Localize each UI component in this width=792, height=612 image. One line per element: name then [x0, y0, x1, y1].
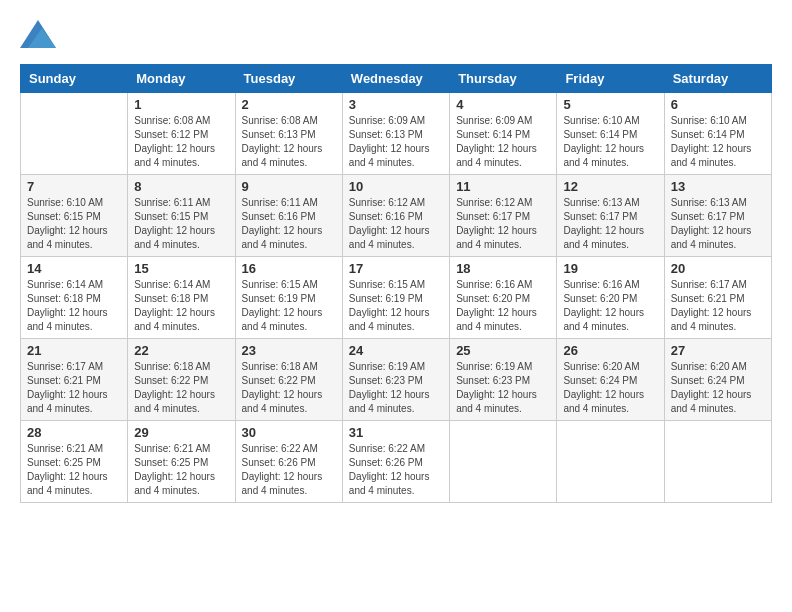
calendar-cell: 31Sunrise: 6:22 AMSunset: 6:26 PMDayligh… [342, 421, 449, 503]
calendar-cell: 18Sunrise: 6:16 AMSunset: 6:20 PMDayligh… [450, 257, 557, 339]
header-wednesday: Wednesday [342, 65, 449, 93]
day-info: Sunrise: 6:14 AMSunset: 6:18 PMDaylight:… [27, 278, 121, 334]
calendar-week-row: 7Sunrise: 6:10 AMSunset: 6:15 PMDaylight… [21, 175, 772, 257]
calendar-cell: 21Sunrise: 6:17 AMSunset: 6:21 PMDayligh… [21, 339, 128, 421]
calendar-cell: 29Sunrise: 6:21 AMSunset: 6:25 PMDayligh… [128, 421, 235, 503]
calendar-week-row: 21Sunrise: 6:17 AMSunset: 6:21 PMDayligh… [21, 339, 772, 421]
day-number: 13 [671, 179, 765, 194]
page-header [20, 20, 772, 48]
calendar-cell: 24Sunrise: 6:19 AMSunset: 6:23 PMDayligh… [342, 339, 449, 421]
calendar-cell: 2Sunrise: 6:08 AMSunset: 6:13 PMDaylight… [235, 93, 342, 175]
day-number: 19 [563, 261, 657, 276]
day-number: 4 [456, 97, 550, 112]
day-number: 1 [134, 97, 228, 112]
calendar-week-row: 28Sunrise: 6:21 AMSunset: 6:25 PMDayligh… [21, 421, 772, 503]
calendar-cell [557, 421, 664, 503]
day-info: Sunrise: 6:09 AMSunset: 6:13 PMDaylight:… [349, 114, 443, 170]
calendar-cell [664, 421, 771, 503]
day-info: Sunrise: 6:10 AMSunset: 6:14 PMDaylight:… [671, 114, 765, 170]
calendar-cell: 13Sunrise: 6:13 AMSunset: 6:17 PMDayligh… [664, 175, 771, 257]
header-monday: Monday [128, 65, 235, 93]
day-number: 16 [242, 261, 336, 276]
calendar-cell: 25Sunrise: 6:19 AMSunset: 6:23 PMDayligh… [450, 339, 557, 421]
header-sunday: Sunday [21, 65, 128, 93]
day-number: 12 [563, 179, 657, 194]
calendar-cell: 9Sunrise: 6:11 AMSunset: 6:16 PMDaylight… [235, 175, 342, 257]
calendar-week-row: 1Sunrise: 6:08 AMSunset: 6:12 PMDaylight… [21, 93, 772, 175]
day-info: Sunrise: 6:12 AMSunset: 6:16 PMDaylight:… [349, 196, 443, 252]
day-number: 22 [134, 343, 228, 358]
calendar-cell: 11Sunrise: 6:12 AMSunset: 6:17 PMDayligh… [450, 175, 557, 257]
day-number: 10 [349, 179, 443, 194]
day-info: Sunrise: 6:17 AMSunset: 6:21 PMDaylight:… [27, 360, 121, 416]
calendar-cell: 14Sunrise: 6:14 AMSunset: 6:18 PMDayligh… [21, 257, 128, 339]
header-friday: Friday [557, 65, 664, 93]
day-number: 29 [134, 425, 228, 440]
calendar-cell: 27Sunrise: 6:20 AMSunset: 6:24 PMDayligh… [664, 339, 771, 421]
header-thursday: Thursday [450, 65, 557, 93]
day-number: 30 [242, 425, 336, 440]
calendar-cell: 12Sunrise: 6:13 AMSunset: 6:17 PMDayligh… [557, 175, 664, 257]
logo [20, 20, 60, 48]
day-info: Sunrise: 6:17 AMSunset: 6:21 PMDaylight:… [671, 278, 765, 334]
day-number: 24 [349, 343, 443, 358]
day-number: 20 [671, 261, 765, 276]
day-info: Sunrise: 6:20 AMSunset: 6:24 PMDaylight:… [671, 360, 765, 416]
day-info: Sunrise: 6:20 AMSunset: 6:24 PMDaylight:… [563, 360, 657, 416]
calendar-cell: 8Sunrise: 6:11 AMSunset: 6:15 PMDaylight… [128, 175, 235, 257]
calendar-cell: 4Sunrise: 6:09 AMSunset: 6:14 PMDaylight… [450, 93, 557, 175]
day-info: Sunrise: 6:19 AMSunset: 6:23 PMDaylight:… [456, 360, 550, 416]
day-info: Sunrise: 6:22 AMSunset: 6:26 PMDaylight:… [242, 442, 336, 498]
header-tuesday: Tuesday [235, 65, 342, 93]
day-number: 17 [349, 261, 443, 276]
day-number: 9 [242, 179, 336, 194]
calendar-week-row: 14Sunrise: 6:14 AMSunset: 6:18 PMDayligh… [21, 257, 772, 339]
day-number: 8 [134, 179, 228, 194]
day-info: Sunrise: 6:18 AMSunset: 6:22 PMDaylight:… [242, 360, 336, 416]
day-number: 5 [563, 97, 657, 112]
calendar-cell: 17Sunrise: 6:15 AMSunset: 6:19 PMDayligh… [342, 257, 449, 339]
calendar-cell: 7Sunrise: 6:10 AMSunset: 6:15 PMDaylight… [21, 175, 128, 257]
calendar-cell [450, 421, 557, 503]
day-number: 28 [27, 425, 121, 440]
day-number: 7 [27, 179, 121, 194]
logo-icon [20, 20, 56, 48]
day-number: 6 [671, 97, 765, 112]
day-info: Sunrise: 6:15 AMSunset: 6:19 PMDaylight:… [242, 278, 336, 334]
day-info: Sunrise: 6:21 AMSunset: 6:25 PMDaylight:… [27, 442, 121, 498]
calendar-cell: 26Sunrise: 6:20 AMSunset: 6:24 PMDayligh… [557, 339, 664, 421]
day-info: Sunrise: 6:12 AMSunset: 6:17 PMDaylight:… [456, 196, 550, 252]
calendar-cell: 16Sunrise: 6:15 AMSunset: 6:19 PMDayligh… [235, 257, 342, 339]
calendar-cell: 1Sunrise: 6:08 AMSunset: 6:12 PMDaylight… [128, 93, 235, 175]
day-info: Sunrise: 6:09 AMSunset: 6:14 PMDaylight:… [456, 114, 550, 170]
day-info: Sunrise: 6:11 AMSunset: 6:15 PMDaylight:… [134, 196, 228, 252]
calendar-cell: 20Sunrise: 6:17 AMSunset: 6:21 PMDayligh… [664, 257, 771, 339]
day-number: 11 [456, 179, 550, 194]
day-info: Sunrise: 6:18 AMSunset: 6:22 PMDaylight:… [134, 360, 228, 416]
day-number: 26 [563, 343, 657, 358]
day-info: Sunrise: 6:13 AMSunset: 6:17 PMDaylight:… [563, 196, 657, 252]
calendar-cell: 15Sunrise: 6:14 AMSunset: 6:18 PMDayligh… [128, 257, 235, 339]
day-info: Sunrise: 6:21 AMSunset: 6:25 PMDaylight:… [134, 442, 228, 498]
day-info: Sunrise: 6:16 AMSunset: 6:20 PMDaylight:… [456, 278, 550, 334]
calendar-cell: 19Sunrise: 6:16 AMSunset: 6:20 PMDayligh… [557, 257, 664, 339]
calendar-cell: 22Sunrise: 6:18 AMSunset: 6:22 PMDayligh… [128, 339, 235, 421]
day-info: Sunrise: 6:08 AMSunset: 6:13 PMDaylight:… [242, 114, 336, 170]
calendar-cell: 23Sunrise: 6:18 AMSunset: 6:22 PMDayligh… [235, 339, 342, 421]
day-info: Sunrise: 6:14 AMSunset: 6:18 PMDaylight:… [134, 278, 228, 334]
day-number: 21 [27, 343, 121, 358]
day-info: Sunrise: 6:13 AMSunset: 6:17 PMDaylight:… [671, 196, 765, 252]
day-number: 25 [456, 343, 550, 358]
calendar-cell: 5Sunrise: 6:10 AMSunset: 6:14 PMDaylight… [557, 93, 664, 175]
calendar-cell: 30Sunrise: 6:22 AMSunset: 6:26 PMDayligh… [235, 421, 342, 503]
day-number: 15 [134, 261, 228, 276]
calendar-cell: 3Sunrise: 6:09 AMSunset: 6:13 PMDaylight… [342, 93, 449, 175]
calendar-cell: 10Sunrise: 6:12 AMSunset: 6:16 PMDayligh… [342, 175, 449, 257]
day-number: 18 [456, 261, 550, 276]
day-info: Sunrise: 6:15 AMSunset: 6:19 PMDaylight:… [349, 278, 443, 334]
day-info: Sunrise: 6:16 AMSunset: 6:20 PMDaylight:… [563, 278, 657, 334]
day-number: 2 [242, 97, 336, 112]
day-info: Sunrise: 6:19 AMSunset: 6:23 PMDaylight:… [349, 360, 443, 416]
day-info: Sunrise: 6:22 AMSunset: 6:26 PMDaylight:… [349, 442, 443, 498]
calendar-cell [21, 93, 128, 175]
